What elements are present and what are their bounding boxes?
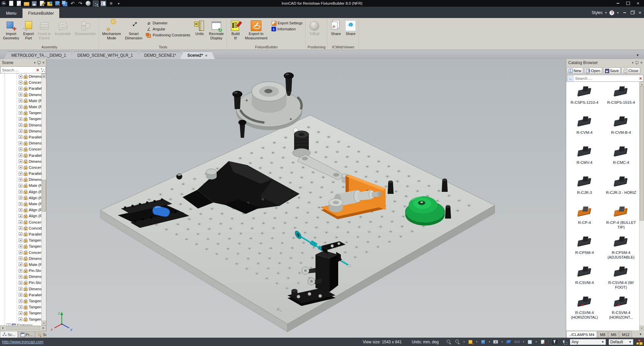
catalog-item[interactable]: R-CSVM-4 (W/ FOOT) [603,264,640,294]
expand-icon[interactable] [19,129,22,133]
styles-chevron-icon[interactable]: ▾ [605,11,607,14]
expand-icon[interactable] [19,93,22,96]
expand-icon[interactable] [19,251,22,254]
catalog-close-icon[interactable]: × [640,61,643,64]
export-part-button[interactable]: ExportPart [21,19,36,40]
zoom-fit-icon[interactable] [446,339,452,345]
undo-icon[interactable] [70,1,75,6]
constraint-item[interactable]: Concen [0,164,41,170]
constraint-item[interactable]: Parallel [0,170,41,177]
expand-icon[interactable] [19,226,22,230]
shapes-icon[interactable] [480,339,486,345]
constraint-item[interactable]: Dimens [0,122,41,128]
catalog-search-clear-icon[interactable]: × [638,76,643,80]
assembly-structure-icon[interactable] [636,339,642,345]
constraint-item[interactable]: Mate (F [0,183,41,189]
constraint-item[interactable]: Pin-Slo [0,280,41,286]
scroll-down-icon[interactable]: ▼ [640,326,644,330]
expand-icon[interactable] [19,87,22,90]
constraint-item[interactable]: Dimens [0,140,41,146]
export-to-measurement-button[interactable]: Export toMeasurement [243,19,269,40]
constraint-item[interactable]: Mate (F [0,201,41,207]
expand-icon[interactable] [19,190,22,194]
smart-dimension-button[interactable]: SmartDimension [123,19,144,40]
catalog-item[interactable]: R-CSVM-4 (HORIZONTAL) [566,294,603,324]
catalog-item[interactable]: R-CJR-3 [566,174,603,204]
constraint-item[interactable]: Dimens [0,128,41,134]
document-tab[interactable]: METROLOGY_TA..._DEMO_1 × [4,51,73,59]
constraint-item[interactable]: Tangen [0,304,41,310]
expand-icon[interactable] [19,123,22,127]
constraint-item[interactable]: Align (F [0,195,41,201]
save-icon[interactable] [31,1,37,6]
camera-icon[interactable] [493,339,499,345]
catalog-search-input[interactable] [574,76,638,81]
expand-icon[interactable] [19,184,22,188]
expand-icon[interactable] [19,202,22,206]
information-button[interactable]: Information [271,26,303,32]
import-file-icon[interactable] [47,1,52,6]
constraint-item[interactable]: Mate (F [0,98,41,104]
expand-icon[interactable] [19,281,22,285]
expand-icon[interactable] [19,99,22,102]
expand-icon[interactable] [19,263,22,266]
constraint-item[interactable]: Dimens [0,256,41,262]
catalog-item[interactable]: R-CPSM-4 [566,234,603,264]
render-dropdown-icon[interactable]: ▾ [523,340,524,343]
new-part-dropdown-icon[interactable]: ▾ [476,340,477,343]
catalog-item[interactable]: R-CJR-3 - HORIZ [603,174,640,204]
expand-icon[interactable] [19,141,22,145]
3d-scene-canvas[interactable]: z x y [46,59,566,338]
constraint-item[interactable]: Align (F [0,207,41,213]
document-tab[interactable]: DEMO_SCENE_WITH_QLR_1 × [70,51,140,59]
scene-search-clear-icon[interactable]: × [35,68,40,72]
expand-icon[interactable] [19,172,22,176]
expand-icon[interactable] [19,257,22,260]
constraint-item[interactable]: Parallel [0,85,41,91]
tab-list-chevron-icon[interactable]: ▼ [636,53,644,59]
constraint-item[interactable]: Parallel [0,152,41,158]
scene-search-input[interactable] [1,67,35,73]
constraint-item[interactable]: Concen [0,146,41,152]
help-icon[interactable]: ? [609,10,614,15]
constraint-item[interactable]: Dimens [0,286,41,292]
3d-viewport[interactable]: z x y [46,59,566,338]
constraint-item[interactable]: Align (F [0,213,41,219]
add-part-icon[interactable] [54,1,60,6]
doc-minimize-button[interactable] [623,12,626,13]
tab-fixturebuilder[interactable]: FixtureBuilder [22,8,59,18]
surface-style-icon[interactable] [505,339,511,345]
scroll-right-icon[interactable]: ▶ [41,326,46,330]
angular-button[interactable]: Angular [146,26,190,32]
catalog-new-button[interactable]: New [567,67,583,74]
scroll-left-icon[interactable]: ◀ [0,326,5,330]
select-tool-icon[interactable] [551,339,559,345]
new-scene-icon[interactable] [8,1,14,6]
expand-icon[interactable] [19,159,22,163]
expand-icon[interactable] [19,232,22,236]
scroll-down-icon[interactable]: ▼ [42,321,46,325]
ironcad-link[interactable]: http://www.ironcad.com [2,340,43,344]
constraint-item[interactable]: Pin-Slo [0,268,41,274]
catalog-item[interactable]: R-CMC-4 [603,144,640,174]
configuration-select[interactable]: Default▼ [609,339,633,345]
expand-icon[interactable] [19,208,22,212]
catalog-item[interactable]: R-CSPS-1515-4 [603,84,640,114]
scene-display-dropdown-icon[interactable]: ▾ [535,340,537,343]
tab-menu[interactable]: Menu [0,9,22,18]
export-sheet-icon[interactable] [540,339,546,345]
qat-more-icon[interactable] [116,1,122,6]
constraint-item[interactable]: Mate (F [0,104,41,110]
constraint-item[interactable]: Coincid [0,225,41,231]
constraint-item[interactable]: Dimens [0,177,41,183]
constraint-item[interactable]: Parallel [0,134,41,140]
catalog-save-button[interactable]: Save [603,67,621,74]
expand-icon[interactable] [19,117,22,121]
expand-icon[interactable] [19,153,22,157]
new-from-template-icon[interactable] [16,1,22,6]
constraint-item[interactable]: Tangen [0,310,41,316]
catalog-open-button[interactable]: Open [584,67,602,74]
constraint-item[interactable]: Tangen [0,298,41,304]
scene-filter-icon[interactable] [40,67,45,73]
positioning-constraints-button[interactable]: Positioning Constraints [146,32,190,38]
